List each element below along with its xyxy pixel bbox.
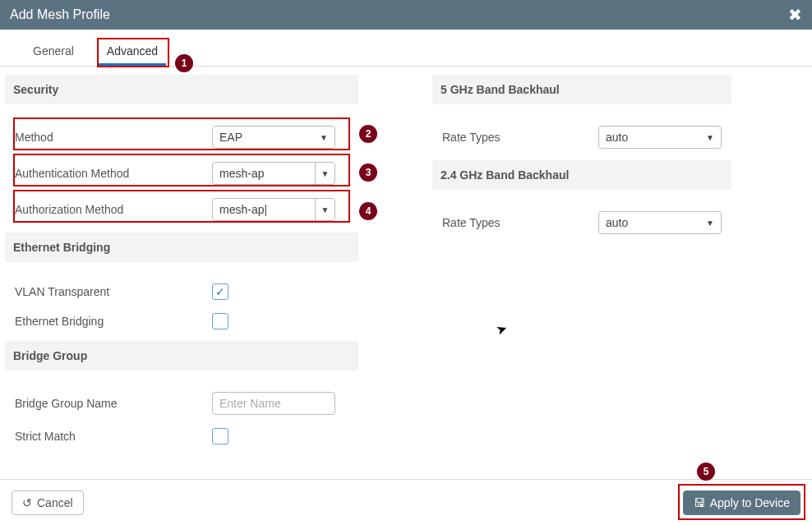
authn-value: mesh-ap [213,163,315,184]
content-columns: Security Method EAP ▼ 2 Authentication M… [0,67,812,451]
method-select[interactable]: EAP ▼ [212,126,335,149]
row-24ghz-rate: Rate Types auto ▼ [432,205,731,241]
bgname-label: Bridge Group Name [15,397,212,410]
section-24ghz: 2.4 GHz Band Backhaul [432,160,731,190]
title-bar: Add Mesh Profile ✖ [0,0,812,30]
vlan-checkbox[interactable]: ✓ [212,283,228,300]
tab-advanced[interactable]: Advanced [90,36,174,66]
apply-button[interactable]: 🖫 Apply to Device [683,490,800,515]
rate24-select[interactable]: auto ▼ [598,211,722,234]
method-value: EAP [219,131,242,144]
authn-combo[interactable]: mesh-ap ▼ [212,162,335,185]
strict-label: Strict Match [15,430,212,443]
eb-label: Ethernet Bridging [15,315,212,328]
left-column: Security Method EAP ▼ 2 Authentication M… [5,75,358,451]
eb-checkbox[interactable] [212,313,228,329]
save-icon: 🖫 [694,496,705,509]
rate5-value: auto [606,131,628,144]
strict-checkbox[interactable] [212,428,228,444]
right-column: 5 GHz Band Backhaul Rate Types auto ▼ 2.… [432,75,731,451]
rate24-value: auto [606,216,628,229]
annotation-badge-4: 4 [359,202,377,220]
annotation-badge-2: 2 [359,125,377,143]
row-strict: Strict Match [5,421,358,451]
section-security: Security [5,75,358,104]
rate5-label: Rate Types [442,131,598,144]
caret-icon: ▼ [320,133,328,142]
annotation-badge-3: 3 [359,163,377,182]
rate24-label: Rate Types [442,216,598,229]
rate5-select[interactable]: auto ▼ [598,126,722,149]
check-icon: ✓ [215,285,225,298]
row-method: Method EAP ▼ [5,119,358,155]
row-authn: Authentication Method mesh-ap ▼ [5,155,358,191]
authz-label: Authorization Method [15,203,212,216]
close-icon[interactable]: ✖ [788,5,802,25]
row-authz: Authorization Method mesh-ap| ▼ [5,191,358,228]
method-label: Method [15,131,212,144]
row-bgname: Bridge Group Name Enter Name [5,385,358,421]
authz-value: mesh-ap| [213,199,315,220]
caret-icon: ▼ [706,133,714,142]
row-5ghz-rate: Rate Types auto ▼ [432,119,731,155]
vlan-label: VLAN Transparent [15,285,212,298]
apply-label: Apply to Device [710,496,790,509]
caret-icon: ▼ [706,219,714,228]
tab-bar: General Advanced [0,36,812,67]
row-vlan: VLAN Transparent ✓ [5,277,358,306]
annotation-badge-5: 5 [697,463,715,481]
authn-label: Authentication Method [15,167,212,180]
undo-icon: ↺ [22,496,32,509]
tab-general[interactable]: General [16,36,90,66]
caret-icon: ▼ [315,163,334,184]
caret-icon: ▼ [315,199,334,220]
section-bridge: Bridge Group [5,341,358,371]
bgname-input[interactable]: Enter Name [212,392,335,415]
section-ether: Ethernet Bridging [5,233,358,262]
authz-combo[interactable]: mesh-ap| ▼ [212,198,335,221]
cancel-button[interactable]: ↺ Cancel [12,490,84,515]
section-5ghz: 5 GHz Band Backhaul [432,75,731,104]
footer-bar: ↺ Cancel 🖫 Apply to Device [0,479,812,525]
window-title: Add Mesh Profile [10,7,110,22]
row-eb: Ethernet Bridging [5,306,358,336]
cancel-label: Cancel [37,496,73,509]
